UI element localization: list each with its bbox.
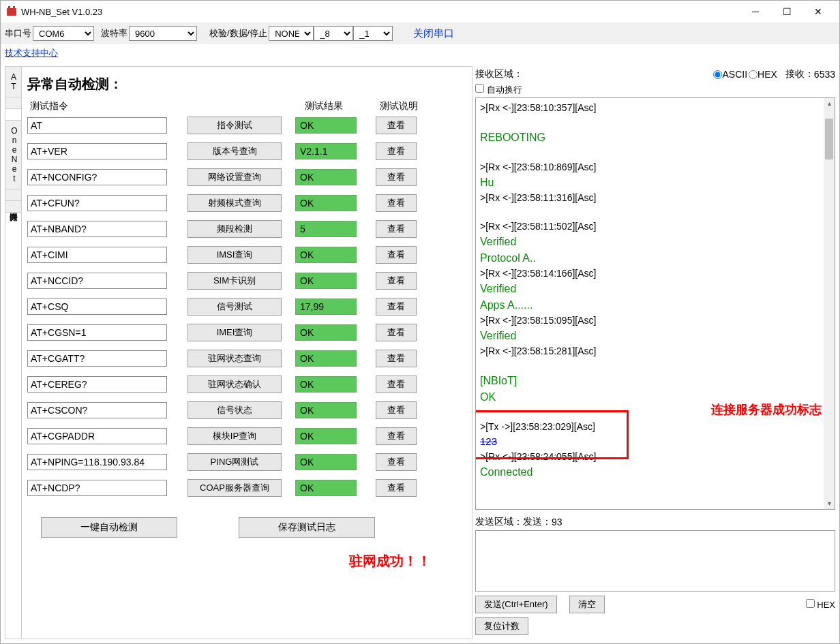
log-line: >[Rx <-][23:58:11:502][Asc] — [480, 219, 830, 234]
cmd-input[interactable] — [27, 402, 167, 418]
databits-select[interactable]: _8 — [314, 26, 353, 41]
vtab-4[interactable]: 定位设置 — [5, 189, 21, 201]
test-rows: 指令测试OK查看版本号查询V2.1.1查看网络设置查询OK查看射频模式查询OK查… — [27, 117, 466, 497]
cmd-input[interactable] — [27, 324, 167, 341]
cmd-input[interactable] — [27, 454, 167, 470]
test-button[interactable]: 网络设置查询 — [188, 168, 282, 186]
result-badge: OK — [295, 169, 357, 185]
minimize-button[interactable]: ─ — [740, 1, 771, 22]
vtab-1[interactable]: 参数设置 — [5, 97, 21, 109]
cmd-input[interactable] — [27, 195, 167, 211]
test-button[interactable]: 驻网状态查询 — [188, 350, 282, 367]
vtab-5[interactable]: 固件升级 — [5, 201, 21, 213]
scroll-down-icon[interactable]: ▾ — [824, 498, 835, 509]
test-button[interactable]: PING网测试 — [188, 453, 282, 471]
svg-rect-1 — [8, 6, 10, 10]
test-button[interactable]: 驻网状态确认 — [188, 375, 282, 393]
auto-detect-button[interactable]: 一键自动检测 — [41, 517, 177, 538]
test-button[interactable]: COAP服务器查询 — [188, 479, 282, 497]
test-button[interactable]: 射频模式查询 — [188, 194, 282, 212]
view-button[interactable]: 查看 — [376, 401, 417, 419]
view-button[interactable]: 查看 — [376, 350, 417, 367]
test-button[interactable]: 信号状态 — [188, 401, 282, 419]
save-log-button[interactable]: 保存测试日志 — [239, 517, 375, 538]
result-badge: OK — [295, 273, 357, 289]
cmd-input[interactable] — [27, 298, 167, 315]
vtab-0[interactable]: AT指令 — [5, 67, 21, 97]
view-button[interactable]: 查看 — [376, 272, 417, 290]
view-button[interactable]: 查看 — [376, 117, 417, 134]
autowrap-checkbox[interactable]: 自动换行 — [475, 84, 522, 96]
view-button[interactable]: 查看 — [376, 142, 417, 160]
result-badge: OK — [295, 324, 357, 341]
rx-count: 6533 — [814, 69, 835, 80]
vtab-3[interactable]: OneNet — [5, 121, 21, 189]
reset-count-button[interactable]: 复位计数 — [475, 617, 528, 635]
stopbits-select[interactable]: _1 — [353, 26, 393, 41]
rx-hex-radio[interactable]: HEX — [749, 69, 777, 80]
view-button[interactable]: 查看 — [376, 453, 417, 471]
view-button[interactable]: 查看 — [376, 220, 417, 238]
cmd-input[interactable] — [27, 117, 167, 134]
result-badge: V2.1.1 — [295, 143, 357, 159]
cmd-input[interactable] — [27, 221, 167, 237]
red-annotation: 连接服务器成功标志 — [711, 401, 822, 418]
test-row: 版本号查询V2.1.1查看 — [27, 142, 466, 160]
close-button[interactable]: ✕ — [802, 1, 834, 22]
rx-scrollbar[interactable]: ▴ ▾ — [824, 98, 835, 509]
cmd-input[interactable] — [27, 273, 167, 289]
test-button[interactable]: 指令测试 — [188, 117, 282, 134]
send-button[interactable]: 发送(Ctrl+Enter) — [475, 596, 557, 613]
log-line — [480, 205, 830, 219]
maximize-button[interactable]: ☐ — [771, 1, 802, 22]
port-select[interactable]: COM6 — [33, 26, 94, 41]
view-button[interactable]: 查看 — [376, 375, 417, 393]
test-button[interactable]: 版本号查询 — [188, 142, 282, 160]
parity-label: 校验/数据/停止 — [209, 27, 267, 40]
log-line: >[Rx <-][23:58:15:281][Asc] — [480, 344, 830, 358]
view-button[interactable]: 查看 — [376, 246, 417, 264]
view-button[interactable]: 查看 — [376, 168, 417, 186]
parity-select[interactable]: NONE — [269, 26, 314, 41]
cmd-input[interactable] — [27, 376, 167, 393]
rx-log-box[interactable]: ▴ ▾ >[Rx <-][23:58:10:357][Asc] REBOOTIN… — [475, 97, 835, 510]
cmd-input[interactable] — [27, 350, 167, 367]
vtab-2[interactable]: 联网检测 — [5, 109, 21, 121]
view-button[interactable]: 查看 — [376, 298, 417, 316]
log-line: >[Tx ->][23:58:23:029][Asc] — [480, 420, 830, 434]
test-button[interactable]: SIM卡识别 — [188, 272, 282, 290]
tx-hex-checkbox[interactable]: HEX — [806, 599, 835, 610]
support-link[interactable]: 技术支持中心 — [5, 48, 58, 58]
detection-panel: 异常自动检测： 测试指令 测试结果 测试说明 指令测试OK查看版本号查询V2.1… — [22, 67, 472, 639]
cmd-input[interactable] — [27, 480, 167, 496]
view-button[interactable]: 查看 — [376, 479, 417, 497]
result-badge: OK — [295, 376, 357, 393]
cmd-input[interactable] — [27, 143, 167, 159]
cmd-input[interactable] — [27, 169, 167, 185]
send-row: 发送(Ctrl+Enter) 清空 HEX — [475, 592, 835, 617]
test-button[interactable]: IMSI查询 — [188, 246, 282, 264]
clear-button[interactable]: 清空 — [569, 596, 605, 613]
view-button[interactable]: 查看 — [376, 194, 417, 212]
col-btn-header — [174, 100, 286, 112]
test-button[interactable]: 模块IP查询 — [188, 427, 282, 445]
network-success-msg: 驻网成功！！ — [349, 552, 431, 570]
close-port-link[interactable]: 关闭串口 — [413, 27, 454, 40]
result-badge: OK — [295, 350, 357, 367]
baud-select[interactable]: 9600 — [129, 26, 197, 41]
rx-ascii-radio[interactable]: ASCII — [713, 69, 747, 80]
col-res-header: 测试结果 — [286, 100, 361, 112]
test-button[interactable]: 频段检测 — [188, 220, 282, 238]
test-button[interactable]: IMEI查询 — [188, 324, 282, 341]
tx-textarea[interactable] — [476, 531, 835, 591]
cmd-input[interactable] — [27, 428, 167, 444]
view-button[interactable]: 查看 — [376, 427, 417, 445]
log-line: Apps A...... — [480, 297, 830, 313]
test-button[interactable]: 信号测试 — [188, 298, 282, 316]
tx-count-label: 发送： — [523, 516, 552, 528]
view-button[interactable]: 查看 — [376, 324, 417, 341]
cmd-input[interactable] — [27, 247, 167, 263]
scroll-thumb[interactable] — [825, 119, 833, 159]
scroll-up-icon[interactable]: ▴ — [824, 98, 835, 109]
test-row: 驻网状态查询OK查看 — [27, 350, 466, 367]
